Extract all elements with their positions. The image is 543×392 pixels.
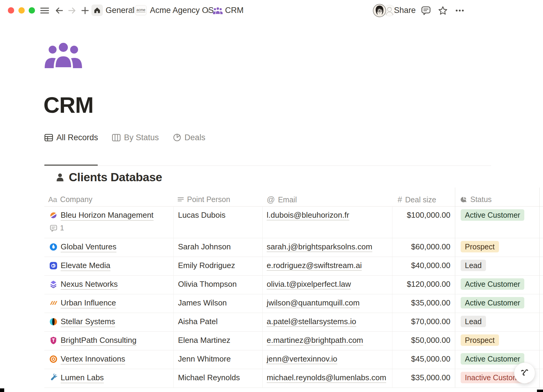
company-cell[interactable]: BrightPath Consulting — [49, 336, 136, 346]
status-cell[interactable]: Active Customer — [461, 297, 524, 308]
deal-size-cell[interactable]: $100,000.00 — [392, 210, 450, 220]
page-title[interactable]: CRM — [43, 92, 94, 118]
database-title[interactable]: Clients Database — [69, 171, 162, 184]
breadcrumb-workspace[interactable]: Acme Agency OS — [150, 6, 214, 15]
company-cell[interactable]: Vertex Innovations — [49, 354, 125, 365]
email-link[interactable]: e.martinez@brightpath.com — [267, 336, 363, 346]
email-cell[interactable]: sarah.j@brightsparksolns.com — [267, 242, 372, 251]
comments-button[interactable] — [420, 5, 432, 17]
deal-size-cell[interactable]: $35,000.00 — [392, 298, 450, 308]
status-badge[interactable]: Lead — [461, 260, 486, 271]
deal-size-cell[interactable]: $35,000.00 — [392, 373, 450, 382]
company-cell[interactable]: Bleu Horizon Management — [49, 210, 154, 221]
point-person-cell[interactable]: Michael Reynolds — [178, 373, 240, 382]
page-icon-people[interactable] — [45, 41, 82, 68]
notion-ai-fab-button[interactable] — [514, 362, 535, 384]
company-cell[interactable]: Elevate Media — [49, 261, 110, 271]
email-cell[interactable]: e.rodriguez@swiftstream.ai — [267, 261, 362, 270]
tab-all-records[interactable]: All Records — [44, 133, 98, 142]
column-header-company[interactable]: Aa Company — [48, 195, 92, 204]
company-name-link[interactable]: Stellar Systems — [61, 317, 115, 327]
status-badge[interactable]: Prospect — [461, 334, 499, 346]
point-person-cell[interactable]: Elena Martinez — [178, 336, 230, 345]
deal-size-cell[interactable]: $60,000.00 — [392, 242, 450, 251]
status-badge[interactable]: Prospect — [461, 241, 499, 252]
column-header-email[interactable]: @ Email — [267, 195, 297, 204]
status-cell[interactable]: Lead — [461, 316, 486, 327]
nav-forward-button[interactable] — [66, 5, 78, 17]
nav-back-button[interactable] — [53, 5, 65, 17]
status-badge[interactable]: Lead — [461, 316, 486, 327]
point-person-cell[interactable]: Olivia Thompson — [178, 280, 237, 289]
status-cell[interactable]: Active Customer — [461, 353, 524, 365]
email-link[interactable]: a.patel@stellarsystems.io — [267, 317, 356, 327]
company-name-link[interactable]: Vertex Innovations — [61, 354, 125, 365]
favorite-button[interactable] — [437, 5, 449, 17]
breadcrumb-page[interactable]: CRM — [225, 6, 244, 15]
status-cell[interactable]: Active Customer — [461, 278, 524, 290]
email-link[interactable]: olivia.t@pixelperfect.law — [267, 280, 351, 289]
status-cell[interactable]: Prospect — [461, 241, 499, 252]
column-header-deal-size[interactable]: # Deal size — [398, 195, 436, 204]
email-cell[interactable]: michael.reynolds@lumenlabs.com — [267, 373, 386, 382]
company-cell[interactable]: Nexus Networks — [49, 280, 118, 290]
point-person-cell[interactable]: Emily Rodriguez — [178, 261, 235, 270]
point-person-cell[interactable]: Jenn Whitmore — [178, 354, 231, 364]
more-options-button[interactable] — [454, 5, 466, 17]
collaborator-avatars[interactable] — [373, 4, 396, 17]
status-cell[interactable]: Active Customer — [461, 209, 524, 221]
comment-indicator[interactable]: 1 — [50, 224, 64, 232]
company-cell[interactable]: Lumen Labs — [49, 373, 104, 383]
deal-size-cell[interactable]: $50,000.00 — [392, 336, 450, 345]
breadcrumb-home-button[interactable] — [91, 5, 103, 16]
email-cell[interactable]: jwilson@quantumquill.com — [267, 298, 360, 308]
company-name-link[interactable]: Nexus Networks — [61, 280, 118, 290]
company-cell[interactable]: Global Ventures — [49, 242, 116, 252]
deal-size-cell[interactable]: $120,000.00 — [392, 280, 450, 289]
column-header-point-person[interactable]: Point Person — [177, 195, 230, 204]
deal-size-cell[interactable]: $40,000.00 — [392, 261, 450, 270]
email-link[interactable]: jwilson@quantumquill.com — [267, 298, 360, 308]
point-person-cell[interactable]: Sarah Johnson — [178, 242, 231, 251]
email-cell[interactable]: a.patel@stellarsystems.io — [267, 317, 356, 326]
company-cell[interactable]: Stellar Systems — [49, 317, 115, 327]
company-name-link[interactable]: Elevate Media — [61, 261, 110, 271]
point-person-cell[interactable]: Aisha Patel — [178, 317, 218, 326]
company-name-link[interactable]: Global Ventures — [61, 242, 116, 252]
email-link[interactable]: sarah.j@brightsparksolns.com — [267, 242, 372, 252]
email-link[interactable]: jenn@vertexinnov.io — [267, 354, 337, 364]
email-cell[interactable]: olivia.t@pixelperfect.law — [267, 280, 351, 289]
breadcrumb-root[interactable]: General — [106, 6, 135, 15]
window-zoom-button[interactable] — [29, 7, 35, 14]
tab-by-status[interactable]: By Status — [112, 133, 159, 142]
status-badge[interactable]: Active Customer — [461, 353, 524, 365]
company-cell[interactable]: Urban Influence — [49, 298, 116, 308]
point-person-cell[interactable]: Lucas Dubois — [178, 210, 226, 220]
email-cell[interactable]: l.dubois@bleuhorizon.fr — [267, 210, 349, 220]
new-page-button[interactable] — [79, 5, 91, 17]
status-badge[interactable]: Active Customer — [461, 278, 524, 290]
status-badge[interactable]: Active Customer — [461, 297, 524, 308]
email-cell[interactable]: e.martinez@brightpath.com — [267, 336, 363, 345]
company-name-link[interactable]: BrightPath Consulting — [61, 336, 136, 346]
status-cell[interactable]: Lead — [461, 260, 486, 271]
email-link[interactable]: michael.reynolds@lumenlabs.com — [267, 373, 386, 383]
point-person-cell[interactable]: James Wilson — [178, 298, 227, 308]
window-close-button[interactable] — [8, 7, 14, 14]
email-link[interactable]: e.rodriguez@swiftstream.ai — [267, 261, 362, 271]
company-name-link[interactable]: Urban Influence — [61, 298, 116, 308]
breadcrumb-workspace-badge[interactable]: acme — [135, 5, 147, 15]
window-minimize-button[interactable] — [18, 7, 25, 14]
sidebar-menu-button[interactable] — [39, 5, 51, 17]
deal-size-cell[interactable]: $45,000.00 — [392, 354, 450, 364]
tab-deals[interactable]: Deals — [173, 133, 205, 142]
share-button[interactable]: Share — [394, 6, 416, 15]
company-name-link[interactable]: Bleu Horizon Management — [61, 210, 154, 221]
company-name-link[interactable]: Lumen Labs — [61, 373, 104, 383]
deal-size-cell[interactable]: $70,000.00 — [392, 317, 450, 326]
email-link[interactable]: l.dubois@bleuhorizon.fr — [267, 210, 349, 220]
status-cell[interactable]: Prospect — [461, 334, 499, 346]
column-header-status[interactable]: Status — [460, 195, 492, 204]
status-badge[interactable]: Active Customer — [461, 209, 524, 221]
email-cell[interactable]: jenn@vertexinnov.io — [267, 354, 337, 364]
